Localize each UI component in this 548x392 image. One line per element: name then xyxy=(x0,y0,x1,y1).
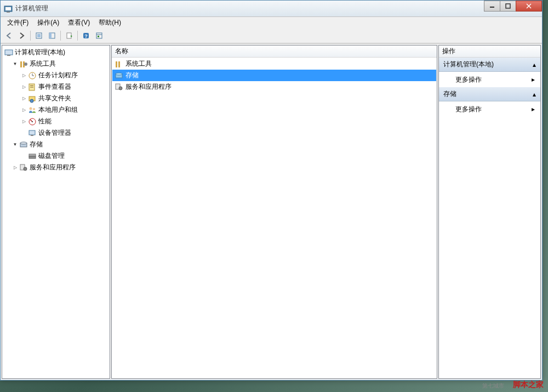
tree-node-performance[interactable]: ▷ 性能 xyxy=(3,116,109,127)
titlebar: 计算机管理 xyxy=(1,1,542,17)
list-item-label: 系统工具 xyxy=(125,59,152,69)
disk-icon xyxy=(28,152,37,161)
svg-point-42 xyxy=(24,167,27,171)
watermark-secondary: 第七城市 xyxy=(482,382,504,390)
expand-icon[interactable]: ▷ xyxy=(12,164,18,171)
tree-label: 共享文件夹 xyxy=(38,94,71,103)
actions-item-label: 更多操作 xyxy=(455,105,482,114)
tree-node-users[interactable]: ▷ 本地用户和组 xyxy=(3,104,109,116)
tree-label: 本地用户和组 xyxy=(38,105,78,115)
list-column-header[interactable]: 名称 xyxy=(112,46,437,58)
svg-point-21 xyxy=(24,63,27,66)
show-hide-button[interactable] xyxy=(46,30,58,42)
svg-point-46 xyxy=(116,73,122,75)
tools-icon xyxy=(115,60,123,69)
expand-icon[interactable]: ▷ xyxy=(21,95,27,101)
close-button[interactable] xyxy=(516,1,542,12)
expand-spacer xyxy=(21,130,27,136)
tree-node-sharedfolders[interactable]: ▷ 共享文件夹 xyxy=(3,93,109,104)
actions-more-actions[interactable]: 更多操作 ▸ xyxy=(439,101,540,117)
tree-node-scheduler[interactable]: ▷ 任务计划程序 xyxy=(3,70,109,81)
svg-point-30 xyxy=(30,107,32,110)
users-icon xyxy=(28,106,37,115)
actions-header: 操作 xyxy=(439,46,540,58)
expand-icon[interactable]: ▷ xyxy=(21,84,27,90)
menu-action[interactable]: 操作(A) xyxy=(33,17,64,29)
expand-icon[interactable]: ▷ xyxy=(21,118,27,124)
tree-node-system-tools[interactable]: ▼ 系统工具 xyxy=(3,58,109,70)
actions-more-actions[interactable]: 更多操作 ▸ xyxy=(439,72,540,87)
tree-label: 设备管理器 xyxy=(38,128,71,138)
tree-pane[interactable]: 计算机管理(本地) ▼ 系统工具 ▷ 任务计划程序 ▷ 事件查看器 ▷ 共享文件… xyxy=(2,45,110,379)
chevron-right-icon: ▸ xyxy=(532,76,535,83)
tree-label: 存储 xyxy=(30,140,43,149)
computer-icon xyxy=(4,48,13,57)
tree-label: 性能 xyxy=(38,117,52,126)
forward-button[interactable] xyxy=(16,30,28,42)
collapse-icon: ▴ xyxy=(533,61,536,69)
clock-icon xyxy=(28,71,37,80)
tree-root[interactable]: 计算机管理(本地) xyxy=(3,47,109,58)
toolbar-separator xyxy=(60,31,61,41)
device-icon xyxy=(28,129,37,138)
list-item-label: 存储 xyxy=(125,71,139,80)
help-button[interactable]: ? xyxy=(80,30,92,42)
expand-icon[interactable]: ▷ xyxy=(21,72,27,78)
maximize-button[interactable] xyxy=(500,1,516,12)
actions-section-title: 存储 xyxy=(443,89,456,99)
window-title: 计算机管理 xyxy=(15,4,484,13)
toolbar-separator xyxy=(77,31,78,41)
tree-node-services[interactable]: ▷ 服务和应用程序 xyxy=(3,162,109,173)
expand-icon[interactable]: ▼ xyxy=(12,61,18,67)
tree-label: 任务计划程序 xyxy=(38,71,78,80)
actions-section-title: 计算机管理(本地) xyxy=(443,60,494,69)
menu-file[interactable]: 文件(F) xyxy=(3,17,33,29)
storage-icon xyxy=(115,71,123,80)
expand-spacer xyxy=(21,153,27,159)
tree-node-devicemanager[interactable]: 设备管理器 xyxy=(3,127,109,139)
minimize-button[interactable] xyxy=(484,1,500,12)
tree-node-diskmanagement[interactable]: 磁盘管理 xyxy=(3,150,109,162)
menu-help[interactable]: 帮助(H) xyxy=(94,17,125,29)
toolbar: ? xyxy=(1,28,542,43)
svg-rect-18 xyxy=(7,55,10,56)
list-item-services[interactable]: 服务和应用程序 xyxy=(112,81,436,93)
back-button[interactable] xyxy=(3,30,15,42)
svg-text:?: ? xyxy=(84,33,88,39)
toolbar-separator xyxy=(30,31,31,41)
list-item-storage[interactable]: 存储 xyxy=(112,70,436,81)
tree-label: 服务和应用程序 xyxy=(30,163,76,172)
svg-rect-1 xyxy=(5,7,11,10)
tree-node-storage[interactable]: ▼ 存储 xyxy=(3,139,109,150)
expand-icon[interactable]: ▼ xyxy=(12,141,18,147)
expand-icon[interactable]: ▷ xyxy=(21,107,27,113)
list-item-label: 服务和应用程序 xyxy=(125,82,172,92)
chevron-right-icon: ▸ xyxy=(532,105,535,113)
menu-view[interactable]: 查看(V) xyxy=(64,17,94,29)
actions-pane: 操作 计算机管理(本地) ▴ 更多操作 ▸ 存储 ▴ 更多操作 ▸ xyxy=(438,45,541,379)
properties-button[interactable] xyxy=(93,30,105,42)
svg-rect-40 xyxy=(29,156,36,158)
tree-node-eventviewer[interactable]: ▷ 事件查看器 xyxy=(3,81,109,93)
tree-label: 磁盘管理 xyxy=(38,151,65,161)
svg-rect-44 xyxy=(118,61,120,67)
svg-rect-17 xyxy=(5,50,13,55)
list-body: 系统工具 存储 服务和应用程序 xyxy=(112,58,437,378)
svg-rect-36 xyxy=(31,135,33,136)
app-icon xyxy=(4,4,13,13)
tools-icon xyxy=(19,60,28,69)
export-button[interactable] xyxy=(63,30,75,42)
tree-root-label: 计算机管理(本地) xyxy=(15,48,65,57)
app-window: 计算机管理 文件(F) 操作(A) 查看(V) 帮助(H) ? 计算机管理(本地… xyxy=(0,0,543,380)
actions-section-storage[interactable]: 存储 ▴ xyxy=(439,87,540,101)
svg-rect-39 xyxy=(29,154,36,156)
svg-rect-19 xyxy=(20,61,22,67)
svg-rect-16 xyxy=(98,36,99,37)
tree-label: 事件查看器 xyxy=(38,82,71,92)
list-item-systemtools[interactable]: 系统工具 xyxy=(112,58,436,70)
up-button[interactable] xyxy=(33,30,45,42)
svg-point-31 xyxy=(33,108,35,110)
actions-section-computer[interactable]: 计算机管理(本地) ▴ xyxy=(439,58,540,72)
svg-point-29 xyxy=(30,99,33,103)
services-icon xyxy=(19,163,28,172)
